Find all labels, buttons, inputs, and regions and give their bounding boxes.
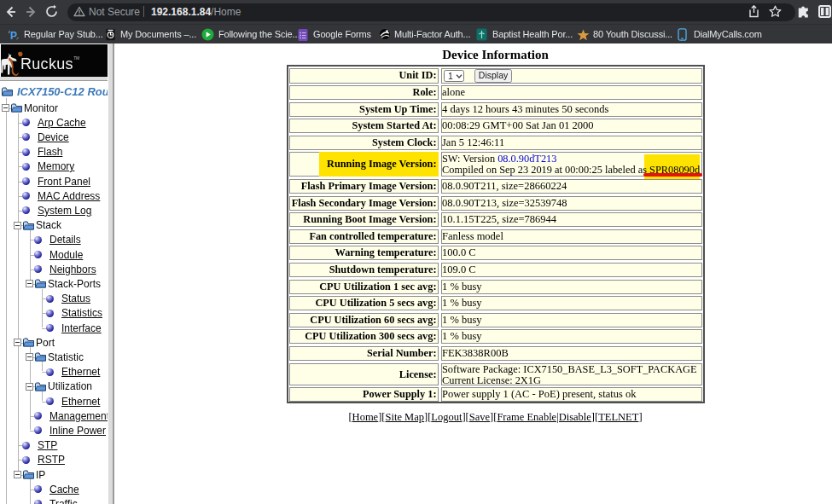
svg-text:P: P: [10, 30, 17, 41]
